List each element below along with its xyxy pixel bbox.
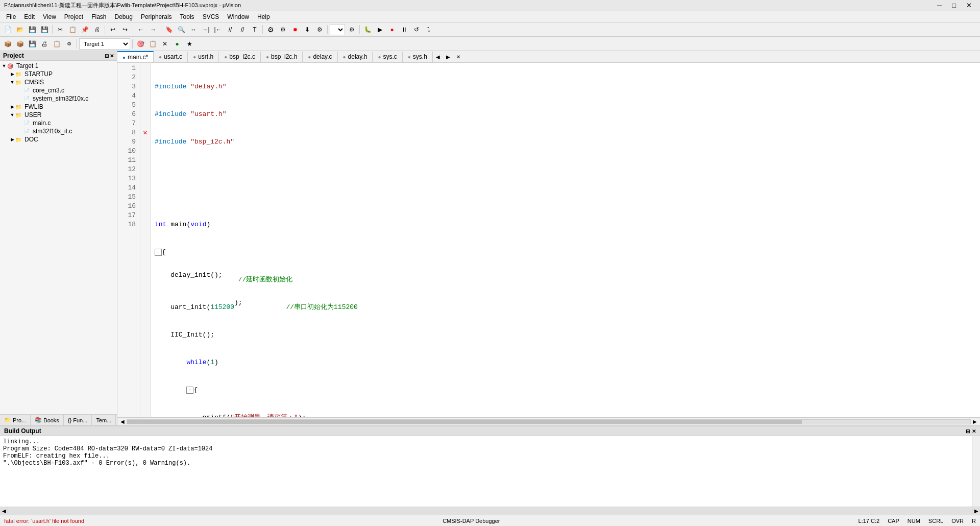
build-output-scrollbar[interactable]	[972, 436, 980, 507]
tree-item-cmsis[interactable]: ▼ 📁 CMSIS	[1, 78, 116, 86]
tree-item-doc[interactable]: ▶ 📁 DOC	[1, 135, 116, 144]
code-content[interactable]: #include "delay.h" #include "usart.h" #i…	[151, 63, 980, 417]
tab-scroll-left[interactable]: ◀	[433, 53, 443, 61]
uncomment-button[interactable]: //	[237, 24, 248, 35]
stop-button[interactable]: ■	[289, 24, 301, 35]
target-green[interactable]: ●	[172, 38, 183, 50]
build-h-scroll-track[interactable]	[8, 507, 972, 515]
tab-close[interactable]: ✕	[453, 53, 463, 61]
tree-item-target1[interactable]: ▼ 🎯 Target 1	[1, 62, 116, 70]
tab-scroll-right[interactable]: ▶	[443, 53, 453, 61]
build-h-scroll-right[interactable]: ▶	[972, 507, 980, 515]
target-copy[interactable]: 📋	[147, 38, 158, 50]
tb2-3[interactable]: 💾	[27, 38, 38, 50]
tb2-4[interactable]: 🖨	[39, 38, 50, 50]
menu-peripherals[interactable]: Peripherals	[137, 12, 176, 21]
target-remove[interactable]: ✕	[159, 38, 170, 50]
tb2-5[interactable]: 📋	[51, 38, 62, 50]
code-editor[interactable]: 1 2 3 4 5 6 7 8 9 10 11 12 13 14 15 16 1	[117, 63, 980, 417]
tree-item-core[interactable]: 📄 core_cm3.c	[1, 86, 116, 94]
bookmark-button[interactable]: 🔖	[163, 24, 175, 35]
close-button[interactable]: ✕	[962, 2, 976, 9]
download-button[interactable]: ⬇	[302, 24, 313, 35]
open-file-button[interactable]: 📂	[14, 24, 26, 35]
tab-functions[interactable]: {} Fun...	[64, 415, 92, 425]
h-scrollbar[interactable]: ◀ ▶	[117, 417, 980, 425]
tab-delay-h[interactable]: ● delay.h	[338, 52, 373, 62]
build-h-scroll[interactable]: ◀ ▶	[0, 507, 980, 515]
target-debug[interactable]: 🎯	[135, 38, 146, 50]
run-button[interactable]: ▶	[374, 24, 385, 35]
find-button[interactable]: 🔍	[176, 24, 187, 35]
panel-float-button[interactable]: ⊟	[105, 53, 109, 59]
h-scroll-right-arrow[interactable]: ▶	[971, 419, 979, 424]
maximize-button[interactable]: □	[948, 2, 960, 9]
fold-icon-7[interactable]: -	[155, 249, 162, 256]
tab-project[interactable]: 📁 Pro...	[0, 415, 31, 425]
menu-window[interactable]: Window	[223, 12, 253, 21]
save-all-button[interactable]: 💾	[39, 24, 50, 35]
tree-item-system[interactable]: 📄 system_stm32f10x.c	[1, 94, 116, 103]
menu-edit[interactable]: Edit	[20, 12, 39, 21]
target-star[interactable]: ★	[184, 38, 195, 50]
menu-project[interactable]: Project	[60, 12, 87, 21]
minimize-button[interactable]: ─	[933, 2, 946, 9]
nav-fwd-button[interactable]: →	[148, 24, 159, 35]
tab-delay-c[interactable]: ● delay.c	[303, 52, 337, 62]
redo-button[interactable]: ↪	[119, 24, 131, 35]
menu-flash[interactable]: Flash	[87, 12, 110, 21]
tab-usrt-h[interactable]: ● usrt.h	[188, 52, 219, 62]
menu-tools[interactable]: Tools	[176, 12, 199, 21]
menu-help[interactable]: Help	[253, 12, 274, 21]
tab-bsp-i2c-h[interactable]: ● bsp_i2c.h	[261, 52, 303, 62]
tab-books[interactable]: 📚 Books	[31, 415, 64, 425]
unindent-button[interactable]: |←	[212, 24, 224, 35]
pause-button[interactable]: ⏸	[399, 24, 410, 35]
template-button[interactable]: T	[249, 24, 260, 35]
reset-button[interactable]: ↺	[411, 24, 422, 35]
output-select[interactable]	[330, 24, 345, 35]
undo-button[interactable]: ↩	[107, 24, 118, 35]
tab-main-c[interactable]: ● main.c*	[117, 51, 154, 62]
h-scroll-thumb[interactable]	[127, 420, 802, 424]
new-file-button[interactable]: 📄	[2, 24, 13, 35]
menu-view[interactable]: View	[39, 12, 60, 21]
build-float-button[interactable]: ⊟	[966, 428, 970, 434]
h-scroll-left-arrow[interactable]: ◀	[118, 419, 127, 424]
paste-button[interactable]: 📌	[79, 24, 90, 35]
nav-back-button[interactable]: ←	[135, 24, 146, 35]
settings-button[interactable]: ⚙	[314, 24, 325, 35]
stop-run-button[interactable]: ●	[386, 24, 398, 35]
copy-button[interactable]: 📋	[67, 24, 78, 35]
menu-svcs[interactable]: SVCS	[199, 12, 224, 21]
replace-button[interactable]: ↔	[188, 24, 199, 35]
menu-debug[interactable]: Debug	[111, 12, 137, 21]
tab-templates[interactable]: Tem...	[92, 415, 116, 425]
panel-close-button[interactable]: ✕	[110, 53, 114, 59]
print-button[interactable]: 🖨	[91, 24, 103, 35]
more-settings[interactable]: ⚙	[346, 24, 357, 35]
target-select[interactable]: Target 1	[79, 38, 130, 50]
tree-item-user[interactable]: ▼ 📁 USER	[1, 111, 116, 119]
build-h-scroll-left[interactable]: ◀	[0, 507, 8, 515]
tab-bsp-i2c-c[interactable]: ● bsp_i2c.c	[219, 52, 261, 62]
tree-item-startup[interactable]: ▶ 📁 STARTUP	[1, 70, 116, 78]
tab-usart-c[interactable]: ● usart.c	[154, 52, 188, 62]
build-close-button[interactable]: ✕	[972, 428, 976, 434]
h-scroll-track[interactable]	[127, 419, 971, 424]
indent-button[interactable]: →|	[200, 24, 211, 35]
build-button[interactable]: ⚙	[265, 24, 276, 35]
tree-item-it[interactable]: 📄 stm32f10x_it.c	[1, 127, 116, 135]
menu-file[interactable]: File	[2, 12, 20, 21]
build-output-content[interactable]: linking... Program Size: Code=484 RO-dat…	[0, 436, 972, 507]
cut-button[interactable]: ✂	[55, 24, 66, 35]
debug-mode[interactable]: 🐛	[362, 24, 373, 35]
comment-button[interactable]: //	[225, 24, 236, 35]
tab-sys-c[interactable]: ● sys.c	[373, 52, 402, 62]
tree-item-fwlib[interactable]: ▶ 📁 FWLIB	[1, 103, 116, 111]
tb2-2[interactable]: 📦	[14, 38, 26, 50]
tree-item-mainc[interactable]: 📄 main.c	[1, 119, 116, 127]
tb2-target-config[interactable]: ⚙	[63, 38, 75, 50]
tab-sys-h[interactable]: ● sys.h	[403, 52, 433, 62]
step-into[interactable]: ⤵	[423, 24, 434, 35]
